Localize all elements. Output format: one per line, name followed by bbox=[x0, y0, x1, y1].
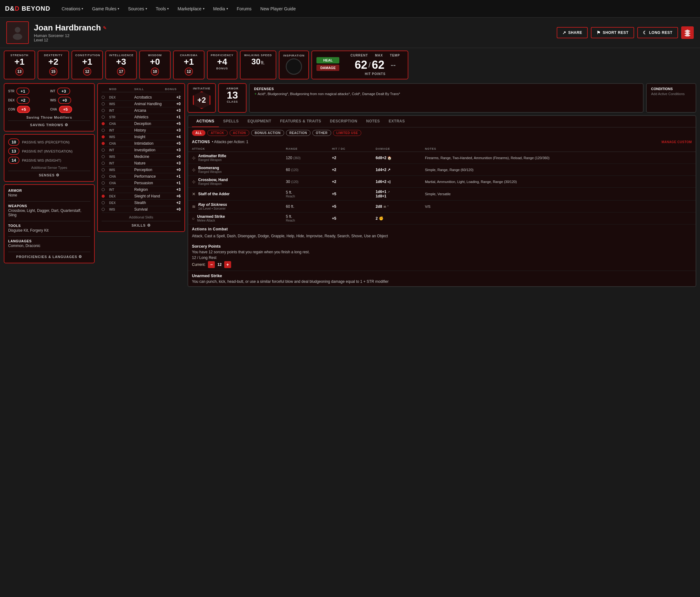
tab-extras[interactable]: EXTRAS bbox=[384, 116, 409, 127]
filter-attack[interactable]: ATTACK bbox=[207, 130, 228, 136]
tab-features-traits[interactable]: FEATURES & TRAITS bbox=[276, 116, 326, 127]
sorcery-increment-button[interactable]: + bbox=[224, 261, 231, 268]
tab-actions[interactable]: ACTIONS bbox=[192, 116, 219, 127]
logo[interactable]: D&D BEYOND bbox=[5, 5, 50, 12]
tab-spells[interactable]: SPELLS bbox=[219, 116, 243, 127]
sorcery-decrement-button[interactable]: − bbox=[208, 261, 215, 268]
nav-item-game-rules[interactable]: Game Rules ▾ bbox=[88, 4, 123, 14]
walking-block: WALKING SPEED 30 ft. bbox=[240, 50, 277, 79]
intelligence-label: INTELLIGENCE bbox=[109, 54, 133, 57]
nav-item-creations[interactable]: Creations ▾ bbox=[58, 4, 87, 14]
add-conditions-button[interactable]: Add Active Conditions bbox=[651, 92, 691, 96]
ddb-icon[interactable] bbox=[681, 26, 694, 39]
damage-button[interactable]: DAMAGE bbox=[317, 65, 339, 71]
nav-item-tools[interactable]: Tools ▾ bbox=[152, 4, 173, 14]
skills-panel: MOD SKILL BONUS DEX Acrobatics +2 WIS An… bbox=[97, 83, 185, 232]
filter-all[interactable]: ALL bbox=[192, 130, 205, 136]
saving-throws-settings-icon[interactable]: ⚙ bbox=[65, 123, 68, 127]
initiative-block: INITIATIVE +2 bbox=[188, 83, 216, 113]
edit-character-icon[interactable]: ✎ bbox=[103, 25, 107, 30]
attack-ray-sickness: ≋ Ray of Sickness 1st Level • Sorcerer 6… bbox=[188, 200, 696, 213]
skill-dot[interactable] bbox=[102, 102, 105, 105]
nav-item-marketplace[interactable]: Marketplace ▾ bbox=[174, 4, 208, 14]
sorcery-current-value: 12 bbox=[217, 262, 221, 267]
senses-settings-icon[interactable]: ⚙ bbox=[56, 173, 59, 177]
tab-notes[interactable]: NOTES bbox=[362, 116, 384, 127]
filter-other[interactable]: OTHER bbox=[312, 130, 331, 136]
short-rest-button[interactable]: ⚑ SHORT REST bbox=[591, 27, 634, 38]
nav-item-new-player-guide[interactable]: New Player Guide bbox=[256, 4, 300, 14]
skill-dot[interactable] bbox=[102, 182, 105, 185]
dexterity-modifier: +2 bbox=[42, 57, 65, 66]
manage-custom-button[interactable]: MANAGE CUSTOM bbox=[661, 140, 692, 144]
skill-dot[interactable] bbox=[102, 162, 105, 165]
col-hit: HIT / DC bbox=[328, 146, 372, 152]
skill-dot[interactable] bbox=[102, 155, 105, 158]
armor-value: 13 bbox=[223, 90, 242, 100]
nav-item-forums[interactable]: Forums bbox=[233, 4, 255, 14]
skills-settings-icon[interactable]: ⚙ bbox=[147, 223, 151, 228]
skill-survival: WIS Survival +0 bbox=[102, 206, 181, 213]
tab-equipment[interactable]: EQUIPMENT bbox=[243, 116, 276, 127]
proficiencies-footer[interactable]: PROFICIENCIES & LANGUAGES ⚙ bbox=[8, 252, 90, 259]
filter-bonus-action[interactable]: BONUS ACTION bbox=[251, 130, 284, 136]
dexterity-label: DEXTERITY bbox=[42, 54, 65, 57]
skill-dot-filled[interactable] bbox=[102, 122, 105, 125]
walking-speed: 30 bbox=[251, 57, 260, 67]
skill-dot[interactable] bbox=[102, 129, 105, 132]
insight-value: 14 bbox=[8, 157, 20, 164]
skill-medicine: WIS Medicine +0 bbox=[102, 153, 181, 160]
save-strength: STR +1 bbox=[8, 88, 48, 95]
weapons-proficiency: WEAPONS Crossbow, Light, Dagger, Dart, Q… bbox=[8, 204, 90, 217]
skill-dot-filled[interactable] bbox=[102, 195, 105, 198]
initiative-label: INITIATIVE bbox=[193, 87, 211, 90]
defenses-block: DEFENSES ✦ Acid*, Bludgeoning*, Bludgeon… bbox=[249, 83, 644, 113]
tab-description[interactable]: DESCRIPTION bbox=[326, 116, 362, 127]
senses-additional[interactable]: Additional Sense Types bbox=[8, 166, 90, 169]
skill-dot[interactable] bbox=[102, 208, 105, 211]
senses-title[interactable]: SENSES ⚙ bbox=[8, 171, 90, 177]
filter-action[interactable]: ACTION bbox=[230, 130, 249, 136]
col-damage: DAMAGE bbox=[372, 146, 421, 152]
skill-dot[interactable] bbox=[102, 148, 105, 151]
armor-label2: CLASS bbox=[223, 100, 242, 103]
skill-dot[interactable] bbox=[102, 175, 105, 178]
actions-in-combat-text: Attack, Cast a Spell, Dash, Disengage, D… bbox=[188, 233, 696, 241]
chevron-down-icon: ▾ bbox=[146, 7, 147, 10]
saving-throws-title[interactable]: SAVING THROWS ⚙ bbox=[8, 121, 90, 127]
inspiration-circle[interactable] bbox=[286, 58, 302, 75]
filter-limited-use[interactable]: LIMITED USE bbox=[333, 130, 361, 136]
nav-item-media[interactable]: Media ▾ bbox=[209, 4, 232, 14]
skills-additional[interactable]: Additional Skills bbox=[102, 213, 181, 220]
middle-column: MOD SKILL BONUS DEX Acrobatics +2 WIS An… bbox=[97, 83, 185, 232]
skill-athletics: STR Athletics +1 bbox=[102, 114, 181, 121]
chevron-down-icon: ▾ bbox=[226, 7, 228, 10]
armor-block: ARMOR 13 CLASS bbox=[218, 83, 247, 113]
skill-dot[interactable] bbox=[102, 168, 105, 171]
proficiencies-panel: ARMOR None WEAPONS Crossbow, Light, Dagg… bbox=[4, 184, 95, 263]
long-rest-button[interactable]: ☾ LONG REST bbox=[637, 27, 678, 38]
armor-proficiency: ARMOR None bbox=[8, 189, 90, 197]
skill-dot-filled[interactable] bbox=[102, 135, 105, 138]
filter-reaction[interactable]: REACTION bbox=[286, 130, 310, 136]
save-con-value: +5 bbox=[17, 106, 30, 113]
skill-sleight-of-hand: DEX Sleight of Hand +6 bbox=[102, 193, 181, 200]
skill-dot[interactable] bbox=[102, 201, 105, 204]
share-button[interactable]: ↗ SHARE bbox=[557, 27, 588, 38]
skills-title[interactable]: SKILLS ⚙ bbox=[102, 221, 181, 228]
inspiration-block: INSPIRATION bbox=[279, 50, 309, 79]
skill-dot[interactable] bbox=[102, 109, 105, 112]
col-range: RANGE bbox=[282, 146, 328, 152]
skill-dot-filled[interactable] bbox=[102, 142, 105, 145]
poison-icon: ☠ bbox=[383, 205, 386, 209]
nav-item-sources[interactable]: Sources ▾ bbox=[124, 4, 151, 14]
senses-panel: 10 PASSIVE WIS (PERCEPTION) 13 PASSIVE I… bbox=[4, 134, 95, 182]
skill-dot[interactable] bbox=[102, 96, 105, 99]
actions-section-title: ACTIONS • Attacks per Action: 1 bbox=[192, 140, 248, 144]
skill-dot[interactable] bbox=[102, 188, 105, 191]
chevron-down-icon: ▾ bbox=[167, 7, 169, 10]
skill-dot[interactable] bbox=[102, 116, 105, 119]
heal-button[interactable]: HEAL bbox=[317, 57, 339, 64]
proficiencies-settings-icon[interactable]: ⚙ bbox=[78, 255, 82, 259]
actions-in-combat-header: Actions in Combat bbox=[188, 224, 696, 233]
